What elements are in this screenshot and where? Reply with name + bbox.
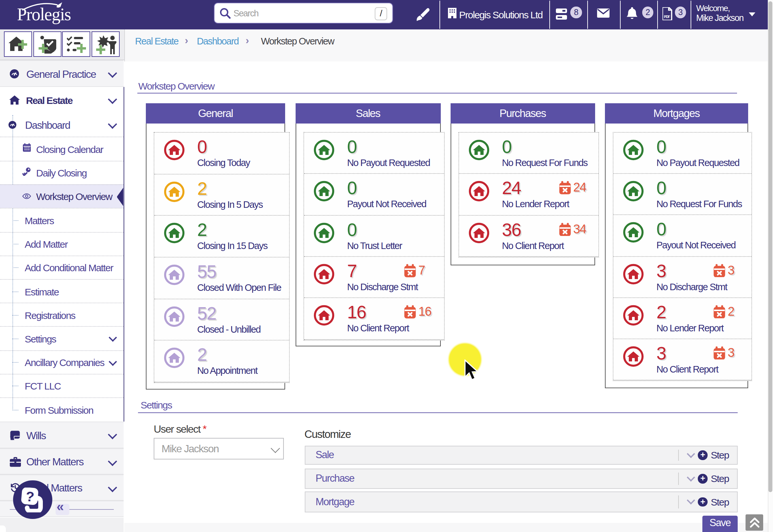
svg-text:PDF: PDF (664, 15, 670, 19)
svg-text:?: ? (25, 489, 35, 505)
